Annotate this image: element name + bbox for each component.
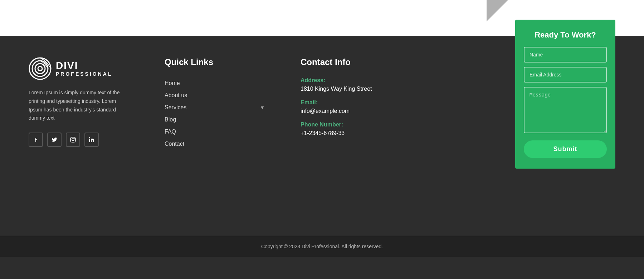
nav-item-blog[interactable]: Blog: [165, 114, 265, 126]
svg-point-5: [72, 139, 74, 141]
submit-button[interactable]: Submit: [524, 140, 607, 158]
copyright-bar: Copyright © 2023 Divi Professional. All …: [0, 236, 644, 257]
nav-item-contact[interactable]: Contact: [165, 138, 265, 150]
email-label: Email:: [301, 99, 422, 106]
footer-grid: DIVI PROFESSIONAL Lorem Ipsum is simply …: [29, 57, 422, 150]
contact-section: Contact Info Address: 1810 Kings Way Kin…: [301, 57, 422, 150]
logo-professional: PROFESSIONAL: [56, 71, 112, 77]
logo-description: Lorem Ipsum is simply dummy text of the …: [29, 89, 129, 123]
footer-main: DIVI PROFESSIONAL Lorem Ipsum is simply …: [0, 36, 644, 236]
svg-rect-4: [70, 137, 75, 142]
svg-point-8: [89, 137, 90, 138]
address-block: Address: 1810 Kings Way King Street: [301, 77, 422, 92]
fold-corner: [487, 0, 508, 21]
phone-label: Phone Number:: [301, 121, 422, 128]
email-block: Email: info@example.com: [301, 99, 422, 114]
message-textarea[interactable]: [524, 87, 607, 133]
quick-links-section: Quick Links Home About us Services ▼ Blo…: [165, 57, 286, 150]
brand-logo-icon: [29, 57, 52, 80]
nav-list: Home About us Services ▼ Blog FAQ Contac…: [165, 77, 286, 150]
svg-point-6: [74, 138, 75, 139]
logo-section: DIVI PROFESSIONAL Lorem Ipsum is simply …: [29, 57, 150, 150]
nav-item-services[interactable]: Services ▼: [165, 101, 265, 114]
name-input[interactable]: [524, 47, 607, 63]
social-icons: [29, 133, 150, 147]
email-input[interactable]: [524, 67, 607, 83]
twitter-icon[interactable]: [47, 133, 62, 147]
form-title: Ready To Work?: [524, 30, 607, 40]
svg-point-3: [38, 66, 42, 71]
phone-value: +1-2345-6789-33: [301, 130, 422, 136]
address-label: Address:: [301, 77, 422, 84]
contact-form-panel: Ready To Work? Submit: [515, 20, 615, 169]
instagram-icon[interactable]: [66, 133, 80, 147]
logo-text: DIVI PROFESSIONAL: [56, 60, 112, 77]
contact-heading: Contact Info: [301, 57, 422, 67]
svg-rect-7: [89, 139, 90, 142]
logo-wrapper: DIVI PROFESSIONAL: [29, 57, 150, 80]
nav-item-home[interactable]: Home: [165, 77, 265, 89]
copyright-text: Copyright © 2023 Divi Professional. All …: [261, 244, 383, 249]
facebook-icon[interactable]: [29, 133, 43, 147]
nav-item-about[interactable]: About us: [165, 89, 265, 101]
phone-block: Phone Number: +1-2345-6789-33: [301, 121, 422, 136]
nav-item-faq[interactable]: FAQ: [165, 126, 265, 138]
quick-links-heading: Quick Links: [165, 57, 286, 67]
linkedin-icon[interactable]: [84, 133, 99, 147]
services-chevron-icon: ▼: [260, 105, 265, 110]
svg-point-2: [35, 64, 45, 74]
email-value: info@example.com: [301, 108, 422, 114]
logo-divi: DIVI: [56, 60, 112, 71]
address-value: 1810 Kings Way King Street: [301, 86, 422, 92]
